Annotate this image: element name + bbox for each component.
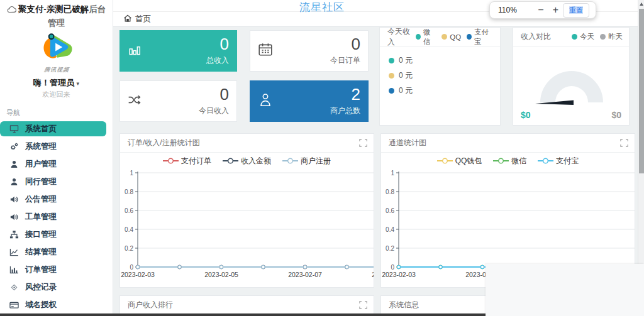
svg-text:0.8: 0.8 bbox=[125, 188, 133, 195]
svg-text:2023-02-07: 2023-02-07 bbox=[288, 271, 322, 278]
svg-text:0.6: 0.6 bbox=[386, 207, 394, 214]
sidebar-item-home[interactable]: 系统首页 bbox=[0, 121, 106, 136]
sidebar-item-api[interactable]: 接口管理 bbox=[0, 227, 113, 242]
expand-icon[interactable] bbox=[620, 139, 628, 147]
sidebar-item-announcements[interactable]: 公告管理 bbox=[0, 192, 113, 207]
bottom-edge-strip bbox=[0, 313, 489, 316]
today-income-panel: 今天收入 微信 QQ 支付宝 0 元 0 元 0 元 bbox=[379, 27, 501, 126]
sidebar-item-users[interactable]: 用户管理 bbox=[0, 156, 113, 172]
sidebar-item-tickets[interactable]: 工单管理 bbox=[0, 209, 113, 224]
zoom-in-button[interactable]: + bbox=[548, 5, 563, 15]
logo-watermark: 腾讯视频 bbox=[43, 66, 70, 74]
orders-stats-panel: 订单/收入/注册统计图 支付订单收入金额商户注册 00.20.40.60.812… bbox=[119, 133, 374, 288]
legend-item[interactable]: 微信 bbox=[416, 28, 436, 46]
credit-card-icon bbox=[9, 300, 19, 310]
chart-legend-item[interactable]: 支付订单 bbox=[163, 156, 211, 166]
user-icon bbox=[9, 177, 19, 187]
stat-card-total-income[interactable]: 0 总收入 bbox=[119, 30, 237, 72]
line-chart-icon bbox=[9, 248, 19, 257]
profile-dropdown[interactable]: 嗨！管理员 ▾ bbox=[0, 77, 113, 89]
scroll-up-arrow-icon[interactable] bbox=[640, 3, 643, 6]
calendar-icon bbox=[258, 42, 273, 60]
stat-card-today-income[interactable]: 0 今日收入 bbox=[119, 80, 237, 122]
chevron-down-icon: ▾ bbox=[77, 80, 80, 87]
scrollbar-thumb[interactable] bbox=[639, 9, 644, 173]
svg-text:0.2: 0.2 bbox=[386, 245, 394, 252]
sidebar-item-settlement[interactable]: 结算管理 bbox=[0, 244, 113, 259]
income-compare-legend: 今天 昨天 bbox=[572, 32, 623, 41]
panel-title: 通道统计图 bbox=[389, 138, 426, 148]
user-icon bbox=[258, 92, 273, 111]
shuffle-icon bbox=[128, 94, 143, 109]
zoom-out-button[interactable]: − bbox=[533, 5, 548, 15]
scrollbar[interactable] bbox=[638, 0, 644, 264]
speaker-icon bbox=[9, 195, 19, 204]
panel-title: 订单/收入/注册统计图 bbox=[128, 138, 200, 148]
svg-text:2023-02-03: 2023-02-03 bbox=[382, 271, 416, 278]
sidebar-item-domain[interactable]: 域名授权 bbox=[0, 297, 113, 312]
panel-title: 系统信息 bbox=[389, 300, 419, 310]
expand-icon[interactable] bbox=[359, 139, 367, 147]
svg-text:1: 1 bbox=[130, 170, 133, 177]
bar-chart-icon bbox=[128, 42, 144, 60]
svg-text:0.6: 0.6 bbox=[125, 207, 133, 214]
tencent-video-logo bbox=[37, 30, 76, 63]
risk-icon bbox=[9, 283, 19, 292]
sidebar-item-peers[interactable]: 同行管理 bbox=[0, 174, 113, 189]
chart-legend-item[interactable]: 支付宝 bbox=[538, 156, 579, 166]
income-row: 0 元 bbox=[389, 55, 500, 66]
svg-text:0.4: 0.4 bbox=[386, 226, 394, 233]
chart-legend-item[interactable]: 收入金额 bbox=[223, 156, 271, 166]
zoom-level: 110% bbox=[498, 6, 517, 14]
stat-cards: 0 总收入 0 今日订单 0 今日收入 2 商户总数 bbox=[119, 30, 369, 122]
panel-title: 商户收入排行 bbox=[128, 300, 173, 310]
user-icon bbox=[9, 160, 19, 169]
sidebar-nav: 系统首页 系统管理 用户管理 同行管理 公告管理 工单管理 bbox=[0, 121, 113, 316]
svg-text:1: 1 bbox=[391, 170, 394, 177]
svg-text:0: 0 bbox=[130, 264, 133, 271]
stat-card-merchant-total[interactable]: 2 商户总数 bbox=[250, 80, 369, 122]
chart-legend-item[interactable]: QQ钱包 bbox=[437, 156, 482, 166]
svg-text:2023-02-03: 2023-02-03 bbox=[121, 271, 155, 278]
bar-chart-icon bbox=[9, 265, 19, 275]
legend-item[interactable]: 支付宝 bbox=[467, 28, 494, 46]
svg-text:0: 0 bbox=[391, 264, 394, 271]
legend-item[interactable]: 今天 bbox=[572, 32, 594, 41]
desktop-icon bbox=[9, 124, 19, 134]
chart-legend-item[interactable]: 商户注册 bbox=[282, 156, 331, 166]
svg-text:0.2: 0.2 bbox=[125, 245, 133, 252]
gauge-chart bbox=[513, 49, 629, 107]
today-income-values: 0 元 0 元 0 元 bbox=[380, 46, 500, 96]
income-compare-panel: 收入对比 今天 昨天 $0 $0 bbox=[513, 27, 630, 126]
today-income-legend: 微信 QQ 支付宝 bbox=[416, 28, 494, 46]
svg-text:0.4: 0.4 bbox=[125, 226, 133, 233]
chart-legend: QQ钱包微信支付宝 bbox=[381, 153, 635, 169]
chart-legend: 支付订单收入金额商户注册 bbox=[120, 153, 374, 169]
panel-title: 今天收入 bbox=[387, 27, 416, 48]
svg-text:2023-02-05: 2023-02-05 bbox=[204, 271, 238, 278]
svg-text:2023-02-09: 2023-02-09 bbox=[372, 271, 374, 278]
chart-legend-item[interactable]: 微信 bbox=[493, 156, 526, 166]
stat-card-today-orders[interactable]: 0 今日订单 bbox=[250, 30, 369, 72]
legend-item[interactable]: QQ bbox=[441, 33, 461, 41]
sitemap-icon bbox=[9, 230, 19, 239]
browser-zoom-popup: 110% − + 重置 bbox=[489, 1, 596, 19]
expand-icon[interactable] bbox=[359, 301, 367, 309]
admin-dashboard: 聚支付-亲测已破解后台管理 腾讯视频 嗨！管理员 ▾ 欢迎回来 导航 系统首页 bbox=[0, 0, 644, 316]
sidebar-item-orders[interactable]: 订单管理 bbox=[0, 262, 113, 277]
gauge-today-value: $0 bbox=[521, 110, 531, 120]
speaker-icon bbox=[9, 212, 19, 222]
sidebar: 聚支付-亲测已破解后台管理 腾讯视频 嗨！管理员 ▾ 欢迎回来 导航 系统首页 bbox=[0, 0, 113, 316]
svg-text:0.8: 0.8 bbox=[386, 188, 394, 195]
sidebar-item-risk[interactable]: 风控记录 bbox=[0, 280, 113, 295]
zoom-reset-button[interactable]: 重置 bbox=[563, 3, 589, 18]
sidebar-item-system[interactable]: 系统管理 bbox=[0, 139, 113, 154]
blank-overlay bbox=[486, 264, 644, 316]
gauge-yesterday-value: $0 bbox=[611, 110, 621, 120]
nav-section-label: 导航 bbox=[6, 108, 113, 117]
income-row: 0 元 bbox=[389, 85, 500, 96]
line-chart: 00.20.40.60.812023-02-032023-02-052023-0… bbox=[120, 169, 374, 286]
panel-title: 收入对比 bbox=[521, 31, 551, 42]
legend-item[interactable]: 昨天 bbox=[600, 32, 623, 41]
breadcrumb[interactable]: 首页 bbox=[123, 14, 151, 25]
